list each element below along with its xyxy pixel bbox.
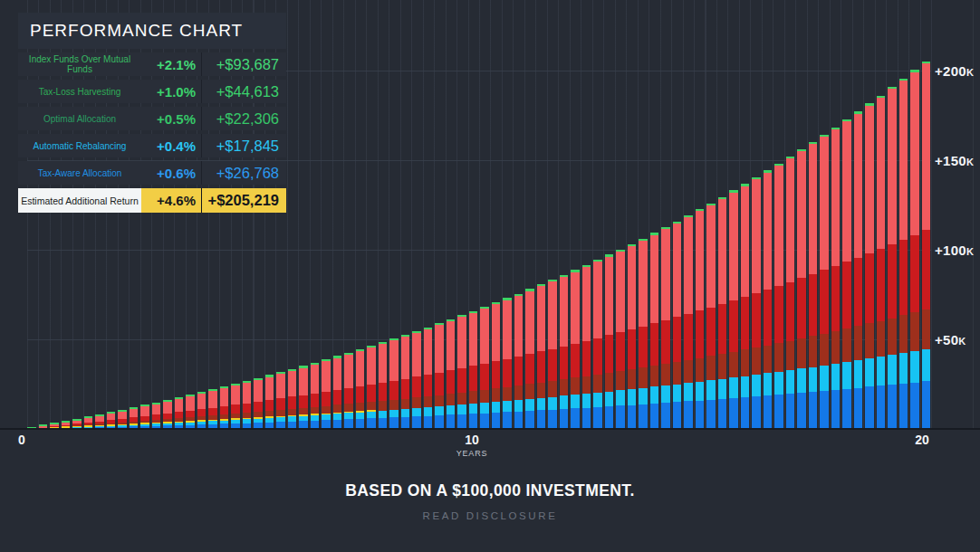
segment-optimal-allocation: [311, 407, 320, 414]
segment-optimal-allocation: [480, 390, 489, 403]
segment-tax-aware-allocation: [605, 406, 614, 429]
segment-index-funds-over-mutual-funds: [389, 340, 399, 381]
legend-label: Optimal Allocation: [18, 107, 141, 130]
bar-year-19.75: [910, 70, 919, 429]
segment-tax-loss-harvesting: [752, 293, 761, 347]
legend-title: PERFORMANCE CHART: [18, 13, 286, 49]
segment-index-funds-over-mutual-funds: [854, 114, 863, 258]
segment-automatic-rebalancing: [492, 402, 501, 413]
segment-automatic-rebalancing: [673, 385, 682, 403]
segment-tax-loss-harvesting: [842, 262, 851, 328]
segment-automatic-rebalancing: [910, 351, 919, 382]
bar-year-17.75: [820, 135, 829, 429]
bar-year-14: [650, 233, 659, 429]
segment-automatic-rebalancing: [605, 392, 614, 407]
segment-tax-aware-allocation: [696, 401, 705, 429]
legend-label: Tax-Aware Allocation: [18, 161, 141, 185]
segment-tax-loss-harvesting: [729, 300, 738, 352]
segment-index-funds-over-mutual-funds: [152, 404, 161, 415]
segment-tax-aware-allocation: [684, 401, 693, 428]
segment-tax-aware-allocation: [774, 395, 783, 429]
segment-index-funds-over-mutual-funds: [254, 380, 263, 402]
segment-automatic-rebalancing: [447, 405, 456, 414]
legend-amount: +$22,306: [201, 107, 286, 130]
bar-year-13: [605, 254, 614, 429]
segment-index-funds-over-mutual-funds: [243, 383, 252, 404]
segment-index-funds-over-mutual-funds: [356, 351, 365, 386]
bar-year-1.5: [84, 416, 93, 429]
segment-index-funds-over-mutual-funds: [888, 89, 897, 243]
segment-tax-aware-allocation: [661, 403, 670, 429]
read-disclosure-link[interactable]: READ DISCLOSURE: [423, 510, 558, 521]
segment-tax-loss-harvesting: [356, 386, 365, 403]
segment-optimal-allocation: [764, 346, 773, 374]
segment-tax-loss-harvesting: [322, 392, 331, 406]
segment-tax-aware-allocation: [503, 412, 512, 429]
bar-year-6.25: [299, 366, 308, 429]
segment-tax-aware-allocation: [616, 405, 625, 429]
segment-optimal-allocation: [774, 343, 783, 372]
segment-tax-aware-allocation: [752, 396, 761, 429]
segment-index-funds-over-mutual-funds: [288, 371, 297, 397]
x-axis-line: [0, 428, 980, 430]
segment-index-funds-over-mutual-funds: [560, 277, 569, 347]
bar-year-13.25: [616, 250, 625, 429]
legend-amount: +$93,687: [201, 52, 286, 76]
segment-tax-loss-harvesting: [605, 335, 614, 372]
segment-automatic-rebalancing: [809, 367, 818, 392]
segment-index-funds-over-mutual-funds: [718, 199, 727, 304]
bar-year-17.5: [809, 142, 818, 429]
legend-percent: +2.1%: [141, 52, 201, 76]
segment-optimal-allocation: [910, 312, 919, 351]
segment-tax-loss-harvesting: [299, 395, 308, 408]
total-percent: +4.6%: [141, 188, 201, 213]
segment-index-funds-over-mutual-funds: [706, 205, 716, 308]
segment-tax-loss-harvesting: [435, 373, 444, 395]
segment-optimal-allocation: [865, 323, 874, 358]
segment-tax-aware-allocation: [706, 400, 716, 429]
segment-optimal-allocation: [344, 404, 353, 412]
segment-tax-loss-harvesting: [616, 332, 625, 371]
segment-optimal-allocation: [831, 331, 841, 364]
legend-amount: +$17,845: [201, 134, 286, 157]
bar-year-6.75: [322, 359, 331, 429]
segment-index-funds-over-mutual-funds: [311, 365, 320, 394]
bar-year-15.5: [718, 197, 727, 429]
bar-year-5: [243, 381, 252, 429]
segment-automatic-rebalancing: [684, 383, 693, 401]
bar-year-7.5: [356, 349, 365, 429]
segment-index-funds-over-mutual-funds: [265, 377, 274, 401]
segment-optimal-allocation: [729, 352, 738, 377]
bar-year-3.25: [163, 400, 172, 429]
segment-tax-loss-harvesting: [367, 385, 376, 402]
segment-tax-loss-harvesting: [447, 370, 456, 394]
segment-index-funds-over-mutual-funds: [514, 296, 524, 357]
segment-automatic-rebalancing: [696, 382, 705, 401]
bar-year-7.25: [344, 353, 353, 429]
segment-optimal-allocation: [899, 315, 908, 353]
legend-row-estimated-additional-return: Estimated Additional Return+4.6%+$205,21…: [18, 188, 286, 213]
segment-tax-loss-harvesting: [424, 375, 433, 396]
segment-optimal-allocation: [560, 379, 569, 395]
segment-tax-loss-harvesting: [412, 376, 421, 397]
segment-optimal-allocation: [435, 395, 444, 406]
bar-year-16: [741, 184, 750, 429]
bar-year-13.75: [639, 239, 648, 429]
segment-tax-loss-harvesting: [696, 310, 705, 357]
segment-tax-loss-harvesting: [831, 266, 841, 331]
segment-automatic-rebalancing: [650, 386, 659, 404]
segment-tax-loss-harvesting: [333, 390, 342, 405]
segment-optimal-allocation: [888, 319, 897, 356]
segment-automatic-rebalancing: [718, 379, 727, 399]
y-tick-label: +50K: [935, 332, 980, 347]
segment-optimal-allocation: [639, 367, 648, 388]
segment-index-funds-over-mutual-funds: [673, 224, 682, 318]
segment-optimal-allocation: [571, 377, 580, 395]
segment-index-funds-over-mutual-funds: [842, 121, 851, 262]
x-tick-label-20: 20: [915, 433, 929, 446]
segment-optimal-allocation: [854, 326, 863, 360]
segment-tax-loss-harvesting: [571, 344, 580, 378]
segment-tax-loss-harvesting: [389, 381, 399, 400]
segment-tax-loss-harvesting: [537, 351, 546, 382]
segment-tax-loss-harvesting: [910, 235, 919, 313]
